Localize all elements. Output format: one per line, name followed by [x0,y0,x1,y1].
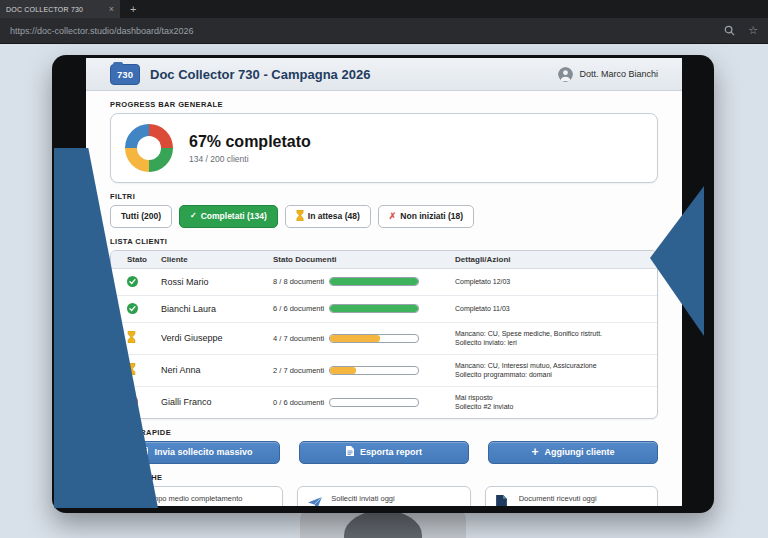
client-name: Gialli Franco [157,397,269,407]
user-avatar-icon[interactable] [558,67,573,82]
table-row[interactable]: Neri Anna 2 / 7 documenti Mancano: CU, I… [111,355,657,387]
browser-tab[interactable]: DOC COLLECTOR 730 × [0,0,120,18]
browser-url-bar[interactable]: https://doc-collector.studio/dashboard/t… [0,18,768,44]
section-label-stats: STATISTICHE [110,473,658,482]
browser-tab-bar: DOC COLLECTOR 730 × + [0,0,768,18]
table-header: Stato Cliente Stato Documenti Dettagli/A… [111,251,657,269]
close-tab-icon[interactable]: × [109,5,114,14]
report-document-icon [346,446,354,458]
tab-title: DOC COLLECTOR 730 [6,6,105,13]
stat-card-avg-time: Tempo medio completamento 4,2 giorni [110,486,283,507]
filter-all-button[interactable]: Tutti (200) [110,205,172,228]
page-title: Doc Collector 730 - Campagna 2026 [150,67,370,82]
progress-card: 67% completato 134 / 200 clienti [110,113,658,183]
envelope-icon [137,447,148,457]
status-waiting-icon [127,329,136,347]
stat-value: 47 [519,506,647,507]
client-name: Neri Anna [157,365,269,375]
add-client-button[interactable]: + Aggiungi cliente [488,441,658,464]
monitor-screen: 730 Doc Collector 730 - Campagna 2026 Do… [86,58,682,506]
stat-label: Tempo medio completamento [144,494,272,503]
clients-table: Stato Cliente Stato Documenti Dettagli/A… [110,250,658,419]
client-details: Mancano: CU, Interessi mutuo, Assicurazi… [429,361,657,380]
docs-progress-bar [329,398,419,407]
stat-card-reminders-sent: Solleciti inviati oggi 23 [297,486,470,507]
docs-progress-bar [329,334,419,343]
send-mass-reminder-button[interactable]: Invia sollecito massivo [110,441,280,464]
progress-headline: 67% completato [189,133,311,151]
docs-count: 2 / 7 documenti [273,366,324,375]
table-row[interactable]: Rossi Mario 8 / 8 documenti Completato 1… [111,269,657,296]
hourglass-icon [296,210,304,223]
app-header: 730 Doc Collector 730 - Campagna 2026 Do… [86,58,682,91]
stat-label: Solleciti inviati oggi [331,494,459,503]
stat-card-docs-received: Documenti ricevuti oggi 47 [485,486,658,507]
check-icon: ✓ [190,212,197,220]
stopwatch-icon [121,494,141,507]
docs-count: 6 / 6 documenti [273,304,324,313]
section-label-progress: PROGRESS BAR GENERALE [110,100,658,109]
stat-value: 23 [331,506,459,507]
docs-count: 4 / 7 documenti [273,334,324,343]
table-row[interactable]: Gialli Franco 0 / 6 documenti Mai rispos… [111,387,657,418]
docs-progress-bar [329,277,419,286]
page-background: 730 Doc Collector 730 - Campagna 2026 Do… [0,44,768,538]
stat-value: 4,2 giorni [144,506,272,507]
client-details: Completato 12/03 [429,277,657,286]
plus-icon: + [531,446,538,458]
app-logo: 730 [110,64,140,85]
filter-waiting-button[interactable]: In attesa (48) [285,205,371,228]
stats-row: Tempo medio completamento 4,2 giorni Sol… [110,486,658,507]
monitor-frame: 730 Doc Collector 730 - Campagna 2026 Do… [52,55,714,513]
filter-completed-button[interactable]: ✓ Completati (134) [179,205,278,228]
docs-count: 8 / 8 documenti [273,277,324,286]
section-label-clients: LISTA CLIENTI [110,237,658,246]
filter-notstarted-button[interactable]: ✗ Non iniziati (18) [378,205,474,228]
actions-row: Invia sollecito massivo Esporta report +… [110,441,658,464]
status-missing-icon [127,393,138,411]
progress-donut [125,124,173,172]
paper-plane-icon [308,494,328,507]
section-label-actions: AZIONI RAPIDE [110,428,658,437]
docs-progress-bar [329,366,419,375]
x-icon: ✗ [389,212,397,221]
status-done-icon [127,273,138,291]
url-text[interactable]: https://doc-collector.studio/dashboard/t… [10,26,724,36]
client-name: Verdi Giuseppe [157,333,269,343]
stat-label: Documenti ricevuti oggi [519,494,647,503]
client-name: Rossi Mario [157,277,269,287]
user-name: Dott. Marco Bianchi [579,69,658,79]
docs-progress-bar [329,304,419,313]
bookmark-star-icon[interactable]: ☆ [748,25,758,36]
section-label-filters: FILTRI [110,192,658,201]
client-name: Bianchi Laura [157,304,269,314]
table-row[interactable]: Bianchi Laura 6 / 6 documenti Completato… [111,296,657,323]
progress-subtext: 134 / 200 clienti [189,154,311,164]
docs-count: 0 / 6 documenti [273,398,324,407]
client-details: Mai risposto Sollecito #2 inviato [429,393,657,412]
status-waiting-icon [127,361,136,379]
client-details: Mancano: CU, Spese mediche, Bonifico ris… [429,329,657,348]
table-row[interactable]: Verdi Giuseppe 4 / 7 documenti Mancano: … [111,323,657,355]
status-done-icon [127,300,138,318]
filters-row: Tutti (200) ✓ Completati (134) In attesa… [110,205,658,228]
client-details: Completato 11/03 [429,304,657,313]
search-icon[interactable] [724,22,735,40]
new-tab-icon[interactable]: + [130,4,136,15]
export-report-button[interactable]: Esporta report [299,441,469,464]
document-icon [496,494,516,507]
